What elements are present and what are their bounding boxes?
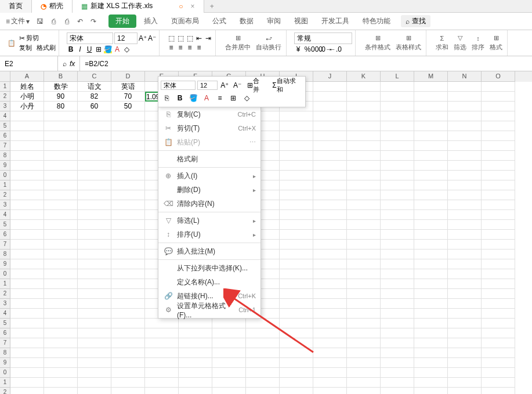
cell[interactable]	[44, 121, 78, 131]
cell[interactable]	[78, 161, 111, 171]
cell[interactable]	[280, 250, 313, 259]
cell[interactable]	[414, 358, 448, 368]
cell[interactable]	[347, 348, 381, 358]
cell[interactable]	[280, 338, 313, 348]
cell[interactable]	[145, 368, 179, 378]
increase-font-icon[interactable]: A⁺	[139, 34, 147, 42]
cell[interactable]: 70	[111, 92, 145, 102]
cell[interactable]	[111, 358, 145, 368]
cell[interactable]	[381, 338, 414, 348]
cell[interactable]	[44, 299, 78, 309]
align-center-icon[interactable]: ≡	[176, 44, 184, 52]
bold-icon[interactable]: B	[67, 45, 75, 53]
cell[interactable]	[280, 220, 313, 230]
filter-button[interactable]: ▽筛选	[452, 33, 468, 53]
cell[interactable]	[78, 309, 111, 319]
ribbon-tab-view[interactable]: 视图	[288, 15, 314, 28]
cell[interactable]	[482, 190, 515, 200]
cell[interactable]	[111, 328, 145, 338]
cell[interactable]	[381, 348, 414, 358]
cell[interactable]	[313, 388, 347, 394]
cell[interactable]	[246, 328, 280, 338]
cell[interactable]	[482, 161, 515, 171]
cell[interactable]	[381, 368, 414, 378]
cell[interactable]	[111, 210, 145, 220]
cell[interactable]	[347, 378, 381, 388]
cell[interactable]	[313, 121, 347, 131]
cell[interactable]	[482, 210, 515, 220]
cell[interactable]	[212, 319, 246, 328]
tab-daoke[interactable]: ◔ 稻壳	[32, 0, 73, 13]
cell[interactable]	[482, 378, 515, 388]
cell[interactable]	[448, 102, 482, 111]
print-icon[interactable]: ⎙	[61, 16, 73, 27]
cell[interactable]	[44, 240, 78, 250]
cell[interactable]	[280, 388, 313, 394]
row-header[interactable]: 0	[0, 368, 10, 378]
cell[interactable]	[280, 259, 313, 269]
cell[interactable]	[381, 220, 414, 230]
cell[interactable]	[280, 309, 313, 319]
cell[interactable]	[313, 259, 347, 269]
cell[interactable]	[414, 200, 448, 210]
cell[interactable]	[179, 358, 212, 368]
menu-cut[interactable]: ✂剪切(T)Ctrl+X	[158, 121, 260, 135]
cell[interactable]	[482, 220, 515, 230]
cell[interactable]	[280, 269, 313, 279]
cell[interactable]	[482, 141, 515, 151]
number-format-select[interactable]	[294, 32, 352, 44]
add-tab-button[interactable]: +	[204, 2, 220, 10]
cell[interactable]	[280, 210, 313, 220]
cell[interactable]	[78, 328, 111, 338]
cell[interactable]	[381, 82, 414, 92]
cell[interactable]	[280, 368, 313, 378]
cell[interactable]	[347, 250, 381, 259]
cell[interactable]	[44, 348, 78, 358]
formula-input[interactable]: =B2/C2	[80, 56, 532, 71]
cell[interactable]	[78, 171, 111, 180]
cell[interactable]	[414, 230, 448, 240]
cell[interactable]: 小明	[10, 92, 44, 102]
cell[interactable]	[381, 180, 414, 190]
row-header[interactable]: 9	[0, 259, 10, 269]
app-menu-button[interactable]: ≡ 文件 ▾	[3, 15, 32, 27]
cell[interactable]	[448, 210, 482, 220]
menu-cell-format[interactable]: ⚙设置单元格格式(F)...Ctrl+1	[158, 303, 260, 317]
cell[interactable]	[414, 82, 448, 92]
cell[interactable]	[246, 368, 280, 378]
cell[interactable]	[347, 141, 381, 151]
cell[interactable]	[280, 180, 313, 190]
underline-icon[interactable]: U	[85, 45, 93, 53]
percent-icon[interactable]: %	[303, 45, 312, 53]
cell[interactable]	[313, 92, 347, 102]
cell[interactable]	[482, 250, 515, 259]
cell[interactable]	[313, 269, 347, 279]
search-box[interactable]: ⌕ 查找	[401, 15, 430, 27]
menu-picklist[interactable]: 从下拉列表中选择(K)...	[158, 261, 260, 275]
cell[interactable]	[44, 358, 78, 368]
cell[interactable]	[381, 328, 414, 338]
cell[interactable]	[448, 319, 482, 328]
cell[interactable]	[111, 368, 145, 378]
copy-label[interactable]: 复制	[19, 44, 32, 52]
cell[interactable]	[111, 299, 145, 309]
cell[interactable]	[448, 388, 482, 394]
cell[interactable]	[280, 190, 313, 200]
row-header[interactable]: 1	[0, 82, 10, 92]
cell[interactable]	[414, 111, 448, 121]
cell[interactable]	[111, 289, 145, 299]
cell[interactable]	[414, 210, 448, 220]
cell[interactable]	[313, 141, 347, 151]
italic-icon[interactable]: I	[76, 45, 84, 53]
cell[interactable]	[414, 279, 448, 289]
tab-workbook[interactable]: ▦ 新建 XLS 工作表.xls ○ ×	[73, 0, 204, 13]
row-header[interactable]: 8	[0, 250, 10, 259]
format-button[interactable]: ⊞格式	[488, 33, 504, 53]
cell[interactable]	[381, 102, 414, 111]
cell[interactable]	[111, 388, 145, 394]
cell[interactable]	[313, 378, 347, 388]
print-preview-icon[interactable]: ⎙	[48, 16, 59, 27]
cell[interactable]	[44, 259, 78, 269]
cell[interactable]	[347, 269, 381, 279]
cell[interactable]	[381, 240, 414, 250]
